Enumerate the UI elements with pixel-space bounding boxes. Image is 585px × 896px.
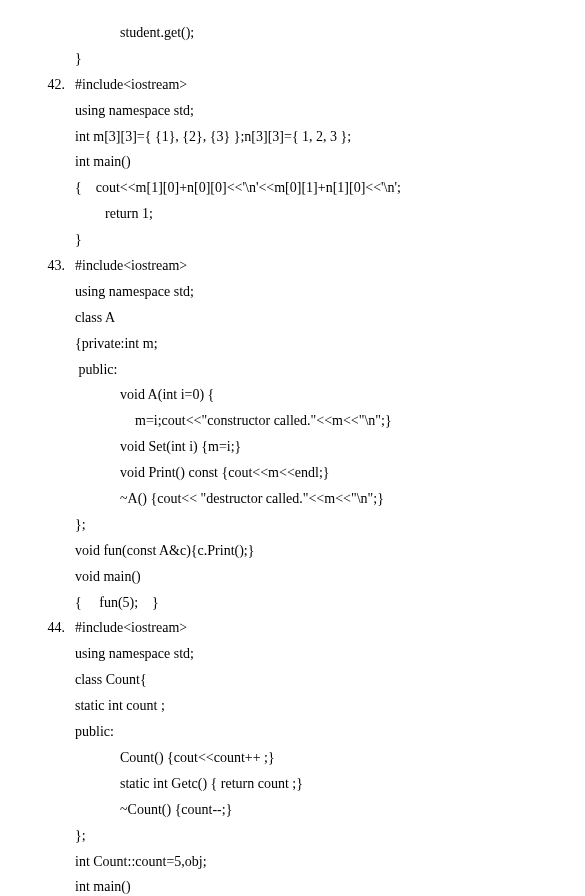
question-42: 42. #include<iostream> using namespace s… [30, 72, 545, 253]
question-number: 42. [30, 72, 75, 253]
code-line: public: [75, 719, 545, 745]
code-fragment-pre: student.get(); } [30, 20, 545, 72]
code-line: return 1; [75, 201, 545, 227]
code-line: student.get(); [75, 20, 545, 46]
code-line: } [75, 227, 545, 253]
code-line: ~A() {cout<< "destructor called."<<m<<"\… [75, 486, 545, 512]
code-line: int Count::count=5,obj; [75, 849, 545, 875]
code-line: void A(int i=0) { [75, 382, 545, 408]
code-line: using namespace std; [75, 641, 545, 667]
code-line: { fun(5); } [75, 590, 545, 616]
code-line: void fun(const A&c){c.Print();} [75, 538, 545, 564]
code-line: void main() [75, 564, 545, 590]
code-line: int main() [75, 874, 545, 896]
code-line: using namespace std; [75, 98, 545, 124]
code-line: #include<iostream> [75, 615, 545, 641]
code-line: class A [75, 305, 545, 331]
code-line: public: [75, 357, 545, 383]
code-line: void Print() const {cout<<m<<endl;} [75, 460, 545, 486]
code-line: #include<iostream> [75, 72, 545, 98]
code-line: static int Getc() { return count ;} [75, 771, 545, 797]
question-body: #include<iostream> using namespace std; … [75, 615, 545, 896]
code-line: class Count{ [75, 667, 545, 693]
code-line: static int count ; [75, 693, 545, 719]
code-line: using namespace std; [75, 279, 545, 305]
question-44: 44. #include<iostream> using namespace s… [30, 615, 545, 896]
code-line: m=i;cout<<"constructor called."<<m<<"\n"… [75, 408, 545, 434]
code-line: {private:int m; [75, 331, 545, 357]
code-line: void Set(int i) {m=i;} [75, 434, 545, 460]
code-line: { cout<<m[1][0]+n[0][0]<<'\n'<<m[0][1]+n… [75, 175, 545, 201]
code-line: } [75, 46, 545, 72]
code-line: Count() {cout<<count++ ;} [75, 745, 545, 771]
question-body: #include<iostream> using namespace std; … [75, 72, 545, 253]
code-line: #include<iostream> [75, 253, 545, 279]
code-line: }; [75, 512, 545, 538]
question-43: 43. #include<iostream> using namespace s… [30, 253, 545, 615]
code-line: }; [75, 823, 545, 849]
question-number: 44. [30, 615, 75, 896]
code-line: ~Count() {count--;} [75, 797, 545, 823]
question-number: 43. [30, 253, 75, 615]
question-body: #include<iostream> using namespace std; … [75, 253, 545, 615]
code-line: int main() [75, 149, 545, 175]
code-line: int m[3][3]={ {1}, {2}, {3} };n[3][3]={ … [75, 124, 545, 150]
